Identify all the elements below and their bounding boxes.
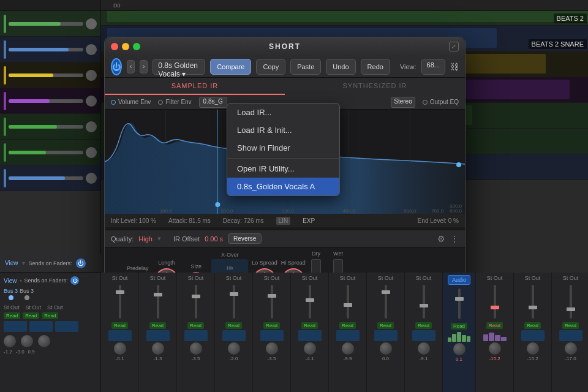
read-14[interactable]: Read <box>524 322 541 329</box>
close-button[interactable] <box>111 43 118 50</box>
fader-13[interactable] <box>494 285 496 318</box>
reverse-button[interactable]: Reverse <box>228 233 262 244</box>
view-bar: View ▾ Sends on Faders: ⏻ <box>0 254 101 273</box>
vol-knob-3[interactable] <box>38 335 50 347</box>
ch-12: St Out Read -9.1 <box>405 273 443 392</box>
audio-button[interactable]: Audio <box>448 275 470 285</box>
menu-open-ir-utility[interactable]: Open IR Utility... <box>227 160 339 178</box>
bus3-label-1: Bus 3 <box>4 288 18 294</box>
knob-4[interactable] <box>114 342 126 355</box>
knob-audio[interactable] <box>453 343 466 355</box>
read-7[interactable]: Read <box>225 322 242 329</box>
xover-label: X-Over <box>221 252 239 258</box>
fader-12[interactable] <box>423 285 425 318</box>
fader-7[interactable] <box>233 285 235 318</box>
wav-8 <box>260 330 284 341</box>
plugin-expand-button[interactable]: ⤢ <box>449 42 459 51</box>
db-7: -2.0 <box>230 356 238 361</box>
redo-button[interactable]: Redo <box>361 59 390 75</box>
fader-5[interactable] <box>157 285 159 318</box>
dry-label: Dry <box>312 251 320 257</box>
fader-6[interactable] <box>195 285 197 318</box>
quality-value[interactable]: High <box>138 235 153 243</box>
knob-6[interactable] <box>190 342 202 355</box>
menu-show-finder[interactable]: Show in Finder <box>227 139 339 157</box>
db-5: -1.3 <box>154 356 162 361</box>
fader-9[interactable] <box>309 285 311 318</box>
size-label: Size <box>191 263 202 270</box>
link-button[interactable]: ⛓ <box>450 62 459 72</box>
quality-label: Quality: <box>111 235 134 243</box>
knob-15[interactable] <box>565 342 577 355</box>
wav-4 <box>108 330 132 341</box>
vol-knob-1[interactable] <box>4 335 16 347</box>
knob-12[interactable] <box>418 342 430 355</box>
prev-preset-button[interactable]: ‹ <box>127 60 135 74</box>
sampled-ir-tab[interactable]: SAMPLED IR <box>105 78 285 95</box>
read-10[interactable]: Read <box>339 322 356 329</box>
db-3: 0.9 <box>28 349 35 355</box>
fader-4[interactable] <box>119 285 121 318</box>
fader-14[interactable] <box>532 285 534 318</box>
knob-14[interactable] <box>527 342 539 355</box>
exp-label[interactable]: EXP <box>303 217 315 224</box>
menu-load-ir-init[interactable]: Load IR & Init... <box>227 121 339 139</box>
view-value[interactable]: 68... <box>421 59 445 75</box>
fader-8[interactable] <box>271 285 273 318</box>
db-6: -3.5 <box>192 356 200 361</box>
knob-8[interactable] <box>266 342 278 355</box>
read-15[interactable]: Read <box>562 322 579 329</box>
svg-point-1 <box>215 202 220 207</box>
knob-7[interactable] <box>228 342 240 355</box>
menu-load-ir[interactable]: Load IR... <box>227 104 339 121</box>
ch-7: St Out Read -2.0 <box>215 273 253 392</box>
ch-audio: Audio Read 0.1 <box>443 273 476 392</box>
stereo-select[interactable]: Stereo <box>391 97 415 108</box>
maximize-button[interactable] <box>133 43 140 50</box>
st-out-3: St Out <box>47 304 63 311</box>
preset-selector[interactable]: 0.8s Golden Vocals ▾ <box>153 59 205 75</box>
fader-audio[interactable] <box>458 288 461 319</box>
view-btn[interactable]: View <box>4 277 17 284</box>
read-badge-3[interactable]: Read <box>42 312 58 319</box>
read-badge-2[interactable]: Read <box>23 312 39 319</box>
fader-11[interactable] <box>385 285 387 318</box>
preset-file-name[interactable]: 0.8s_G <box>199 97 227 108</box>
svg-text:600.0: 600.0 <box>450 208 462 214</box>
read-4[interactable]: Read <box>111 322 128 329</box>
read-5[interactable]: Read <box>149 322 166 329</box>
knob-5[interactable] <box>152 342 164 355</box>
fader-10[interactable] <box>347 285 349 318</box>
sends-power[interactable]: ⏻ <box>70 276 79 285</box>
knob-13[interactable] <box>489 342 501 355</box>
read-9[interactable]: Read <box>301 322 318 329</box>
compare-button[interactable]: Compare <box>210 59 251 75</box>
view-label[interactable]: View <box>5 260 18 266</box>
knob-10[interactable] <box>342 342 354 355</box>
fader-15[interactable] <box>570 285 572 318</box>
menu-preset-item[interactable]: 0.8s_Golden Vocals A <box>227 178 339 195</box>
read-11[interactable]: Read <box>377 322 394 329</box>
copy-button[interactable]: Copy <box>256 59 285 75</box>
knob-9[interactable] <box>304 342 316 355</box>
vol-knob-2[interactable] <box>21 335 33 347</box>
read-12[interactable]: Read <box>415 322 432 329</box>
bus3-label-2: Bus 3 <box>20 288 34 294</box>
minimize-button[interactable] <box>122 43 129 50</box>
power-button[interactable]: ⏻ <box>111 58 122 75</box>
knob-11[interactable] <box>380 342 392 355</box>
read-13[interactable]: Read <box>486 322 503 329</box>
more-options-icon[interactable]: ⋮ <box>450 234 459 244</box>
next-preset-button[interactable]: › <box>140 60 148 74</box>
length-label: Length <box>158 260 175 266</box>
read-8[interactable]: Read <box>263 322 280 329</box>
lin-label[interactable]: LIN <box>276 217 291 225</box>
synthesized-ir-tab[interactable]: SYNTHESIZED IR <box>285 78 465 95</box>
read-6[interactable]: Read <box>187 322 204 329</box>
settings-icon[interactable]: ⚙ <box>437 234 445 244</box>
read-badge-1[interactable]: Read <box>4 312 20 319</box>
read-audio[interactable]: Read <box>451 323 467 330</box>
undo-button[interactable]: Undo <box>326 59 355 75</box>
ch-13: St Out Read -15.2 <box>476 273 514 392</box>
paste-button[interactable]: Paste <box>290 59 321 75</box>
